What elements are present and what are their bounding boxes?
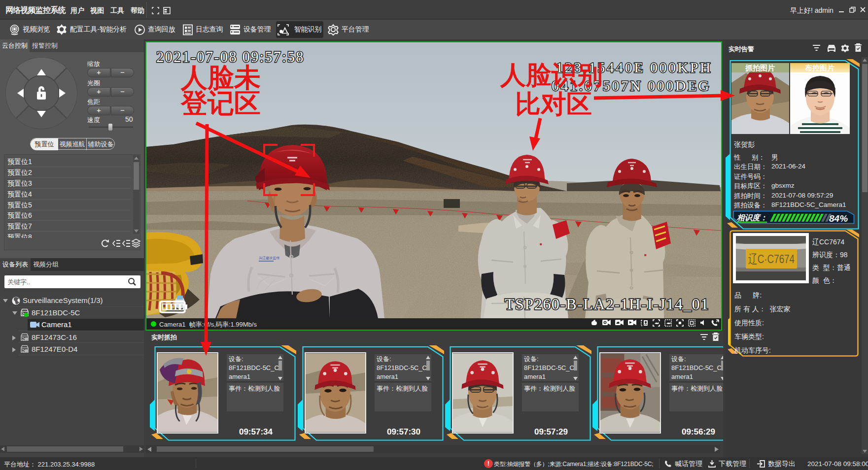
svg-text:登记区: 登记区	[180, 89, 261, 118]
svg-text:布控图片: 布控图片	[804, 64, 834, 72]
svg-text:■: ■	[540, 242, 542, 246]
svg-text:相识度：: 相识度：	[736, 213, 767, 222]
svg-text:兴辽建设监理: 兴辽建设监理	[259, 256, 279, 260]
svg-text:■: ■	[644, 253, 647, 257]
svg-text:84%: 84%	[829, 213, 848, 224]
svg-text:抓拍图片: 抓拍图片	[745, 64, 775, 72]
svg-text:人脸识别: 人脸识别	[500, 61, 603, 89]
svg-text:比对区: 比对区	[515, 90, 592, 118]
svg-text:TSP260-B-LA2-1H-I-J14_01: TSP260-B-LA2-1H-I-J14_01	[505, 295, 709, 313]
svg-text:辽C·C7674: 辽C·C7674	[748, 252, 795, 266]
svg-text:人脸未: 人脸未	[180, 63, 261, 93]
